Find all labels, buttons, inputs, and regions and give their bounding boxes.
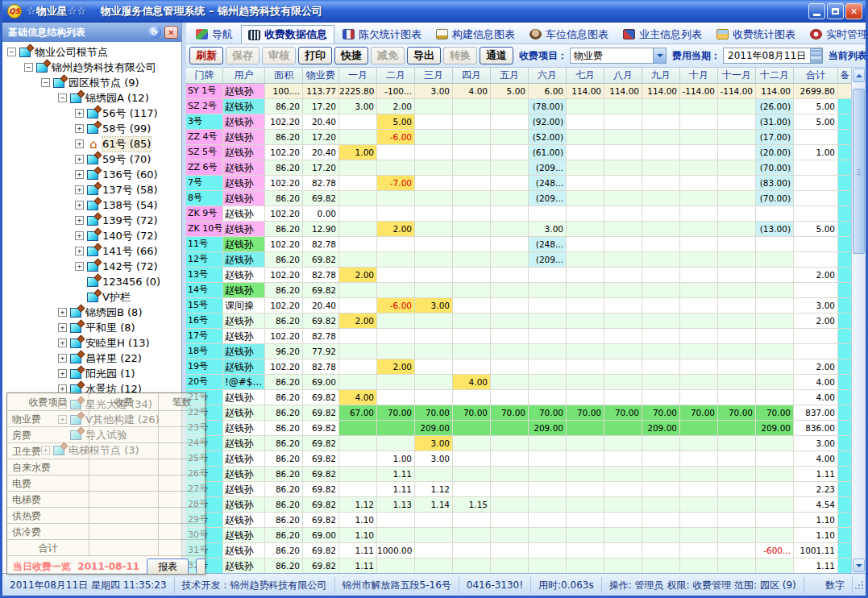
total-cell[interactable]: 3.00 — [794, 298, 838, 314]
table-row[interactable]: 12号赵钱孙86.2069.82(209... — [186, 252, 851, 268]
month-2-cell[interactable] — [377, 513, 415, 528]
area-cell[interactable]: 86.20 — [265, 160, 303, 176]
month-10-cell[interactable] — [680, 513, 718, 528]
table-row[interactable]: 26号赵钱孙86.2069.821.111.11 — [186, 467, 851, 482]
month-6-cell[interactable] — [529, 359, 567, 375]
month-2-cell[interactable]: -7.00 — [377, 176, 415, 191]
month-2-cell[interactable] — [377, 252, 415, 268]
month-12-cell[interactable] — [756, 528, 794, 543]
month-1-cell[interactable] — [339, 467, 377, 482]
tree-item[interactable]: −物业公司根节点 — [2, 44, 181, 60]
month-12-cell[interactable] — [756, 375, 794, 390]
month-4-cell[interactable]: 4.00 — [453, 375, 491, 390]
month-5-cell[interactable] — [491, 314, 529, 329]
month-9-cell[interactable] — [642, 114, 680, 130]
area-cell[interactable]: 86.20 — [265, 283, 303, 298]
month-2-cell[interactable] — [377, 283, 415, 298]
month-2-cell[interactable]: 1000.00 — [377, 543, 415, 559]
fee-cell[interactable]: 69.82 — [303, 314, 339, 329]
toolbar-button-快捷[interactable]: 快捷 — [334, 47, 368, 64]
month-11-cell[interactable]: 70.00 — [718, 405, 756, 421]
table-row[interactable]: SZ 5号赵钱孙102.2020.401.00(61.00)(20.00)1.0… — [186, 145, 851, 160]
month-4-cell[interactable] — [453, 329, 491, 344]
month-1-cell[interactable] — [339, 191, 377, 206]
month-8-cell[interactable] — [604, 451, 642, 467]
month-11-cell[interactable] — [718, 268, 756, 283]
fee-cell[interactable]: 69.82 — [303, 513, 339, 528]
month-1-cell[interactable] — [339, 375, 377, 390]
month-6-cell[interactable] — [529, 298, 567, 314]
total-cell[interactable]: 1001.11 — [794, 543, 838, 559]
month-8-cell[interactable] — [604, 130, 642, 145]
area-cell[interactable]: 102.20 — [265, 176, 303, 191]
table-row[interactable]: ZZ 4号赵钱孙86.2017.20-6.00(52.00)(17.00) — [186, 130, 851, 145]
month-9-cell[interactable] — [642, 375, 680, 390]
column-header-合计[interactable]: 合计 — [794, 68, 838, 84]
user-cell[interactable]: 赵钱孙 — [223, 482, 265, 497]
total-cell[interactable] — [794, 329, 838, 344]
month-4-cell[interactable] — [453, 390, 491, 405]
month-3-cell[interactable] — [415, 191, 453, 206]
cancel-button[interactable]: 取消 — [196, 559, 206, 575]
month-4-cell[interactable]: 4.00 — [453, 84, 491, 99]
plate-cell[interactable]: 8号 — [186, 191, 223, 206]
month-11-cell[interactable] — [718, 559, 756, 573]
month-1-cell[interactable]: 1.10 — [339, 513, 377, 528]
month-4-cell[interactable] — [453, 114, 491, 130]
tree-expander-icon[interactable]: − — [7, 48, 16, 56]
month-7-cell[interactable] — [567, 237, 604, 252]
fee-cell[interactable]: 69.82 — [303, 559, 339, 573]
month-10-cell[interactable]: 70.00 — [680, 405, 718, 421]
remark-cell[interactable] — [838, 436, 851, 451]
chevron-down-icon[interactable] — [653, 48, 666, 63]
month-8-cell[interactable] — [604, 283, 642, 298]
month-7-cell[interactable] — [567, 252, 604, 268]
month-2-cell[interactable] — [377, 191, 415, 206]
month-12-cell[interactable] — [756, 390, 794, 405]
area-cell[interactable]: 86.20 — [265, 405, 303, 421]
month-1-cell[interactable]: 2225.80 — [339, 84, 377, 99]
table-row[interactable]: 3号赵钱孙102.2020.405.00(92.00)(31.00)5.00 — [186, 114, 851, 130]
maximize-button[interactable] — [827, 3, 844, 19]
table-row[interactable]: ZK 9号赵钱孙102.200.00 — [186, 206, 851, 222]
table-row[interactable]: 32号赵钱孙86.2069.821.111.11 — [186, 559, 851, 573]
sidebar-close-icon[interactable]: ✕ — [164, 26, 178, 39]
tree-expander-icon[interactable]: − — [58, 93, 67, 102]
column-header-面积[interactable]: 面积 — [265, 68, 303, 84]
user-cell[interactable]: 赵钱孙 — [223, 405, 265, 421]
remark-cell[interactable] — [838, 206, 851, 222]
month-5-cell[interactable] — [491, 283, 529, 298]
month-8-cell[interactable] — [604, 467, 642, 482]
table-row[interactable]: 8号赵钱孙86.2069.82(209...(70.00) — [186, 191, 851, 206]
user-cell[interactable]: 赵钱孙 — [223, 252, 265, 268]
month-6-cell[interactable] — [529, 436, 567, 451]
tree-item[interactable]: 123456 (0) — [2, 274, 181, 289]
area-cell[interactable]: 86.20 — [265, 222, 303, 237]
tree-item[interactable]: +59号 (70) — [2, 152, 181, 167]
column-header-十二月[interactable]: 十二月 — [756, 68, 794, 84]
month-2-cell[interactable]: 1.11 — [377, 467, 415, 482]
month-5-cell[interactable] — [491, 268, 529, 283]
tree-item[interactable]: +阳光园 (1) — [2, 366, 181, 381]
total-cell[interactable] — [794, 191, 838, 206]
month-5-cell[interactable]: 70.00 — [491, 405, 529, 421]
month-7-cell[interactable] — [567, 390, 604, 405]
user-cell[interactable]: 赵钱孙 — [223, 513, 265, 528]
month-1-cell[interactable] — [339, 329, 377, 344]
month-1-cell[interactable] — [339, 283, 377, 298]
month-4-cell[interactable] — [453, 130, 491, 145]
user-cell[interactable]: 赵钱孙 — [223, 237, 265, 252]
table-row[interactable]: SZ 2号赵钱孙86.2017.203.002.00(78.00)(26.00)… — [186, 99, 851, 114]
remark-cell[interactable] — [838, 283, 851, 298]
month-6-cell[interactable]: 70.00 — [529, 405, 567, 421]
month-6-cell[interactable] — [529, 206, 567, 222]
month-3-cell[interactable] — [415, 160, 453, 176]
month-3-cell[interactable] — [415, 314, 453, 329]
total-cell[interactable] — [794, 252, 838, 268]
month-10-cell[interactable] — [680, 421, 718, 436]
month-7-cell[interactable] — [567, 206, 604, 222]
month-9-cell[interactable] — [642, 268, 680, 283]
month-9-cell[interactable] — [642, 130, 680, 145]
month-5-cell[interactable] — [491, 160, 529, 176]
month-11-cell[interactable] — [718, 99, 756, 114]
